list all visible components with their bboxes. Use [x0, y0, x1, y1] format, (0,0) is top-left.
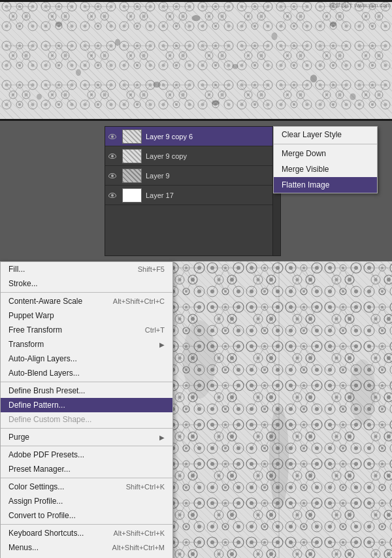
layer-row[interactable]: Layer 9: [105, 166, 280, 186]
menu-divider: [274, 144, 377, 144]
context-menu-item[interactable]: Merge Down: [274, 146, 377, 161]
menu-item-label: Adobe PDF Presets...: [8, 450, 84, 459]
layer-visibility-icon[interactable]: [105, 127, 120, 146]
menu-item-label: Assign Profile...: [8, 497, 63, 506]
svg-rect-26: [0, 0, 392, 121]
menu-item-label: Puppet Warp: [8, 311, 54, 320]
layer-thumbnail: [122, 169, 142, 183]
menu-item-label: Menus...: [8, 543, 39, 552]
menu-item-label: Define Custom Shape...: [8, 415, 91, 424]
edit-menu-item[interactable]: Preset Manager...: [1, 462, 172, 476]
menu-item-label: Free Transform: [8, 325, 62, 335]
middle-section: Layer 9 copy 6Layer 9 copyLayer 9Layer 1…: [0, 121, 392, 261]
submenu-arrow-icon: ▶: [159, 434, 165, 441]
menu-divider: [1, 382, 172, 382]
edit-menu-item[interactable]: Assign Profile...: [1, 494, 172, 508]
menu-divider: [1, 446, 172, 446]
layer-name-label: Layer 9 copy: [144, 152, 280, 160]
menu-item-label: Auto-Align Layers...: [8, 354, 77, 363]
edit-menu-item[interactable]: Free TransformCtrl+T: [1, 323, 172, 337]
layer-visibility-icon[interactable]: [105, 166, 120, 186]
edit-menu-item[interactable]: Define Brush Preset...: [1, 384, 172, 398]
layer-row[interactable]: Layer 9 copy: [105, 146, 280, 166]
menu-item-shortcut: Ctrl+T: [145, 326, 165, 334]
edit-menu-item[interactable]: Keyboard Shortcuts...Alt+Shift+Ctrl+K: [1, 526, 172, 540]
svg-point-56: [183, 320, 216, 399]
bottom-section: Fill...Shift+F5Stroke...Content-Aware Sc…: [0, 261, 392, 558]
menu-item-label: Purge: [8, 433, 29, 442]
layer-thumbnail: [122, 149, 142, 163]
menu-item-shortcut: Alt+Shift+Ctrl+C: [113, 297, 165, 305]
layer-context-menu: Clear Layer StyleMerge DownMerge Visible…: [273, 126, 378, 193]
menu-item-label: Fill...: [8, 265, 25, 274]
edit-menu-item[interactable]: Menus...Alt+Shift+Ctrl+M: [1, 540, 172, 555]
svg-point-57: [350, 359, 376, 425]
edit-menu-item[interactable]: Color Settings...Shift+Ctrl+K: [1, 480, 172, 494]
menu-divider: [1, 428, 172, 429]
edit-menu-item[interactable]: Content-Aware ScaleAlt+Shift+Ctrl+C: [1, 294, 172, 308]
context-menu-item[interactable]: Flatten Image: [274, 177, 377, 193]
layer-visibility-icon[interactable]: [105, 186, 120, 205]
edit-menu-item[interactable]: Auto-Align Layers...: [1, 352, 172, 366]
menu-item-label: Color Settings...: [8, 482, 64, 491]
edit-menu-item[interactable]: Transform▶: [1, 337, 172, 352]
edit-menu-item[interactable]: Preferences▶: [1, 555, 172, 558]
menu-item-label: Stroke...: [8, 279, 38, 288]
layers-panel: Layer 9 copy 6Layer 9 copyLayer 9Layer 1…: [105, 126, 281, 256]
edit-menu: Fill...Shift+F5Stroke...Content-Aware Sc…: [0, 261, 173, 558]
menu-item-shortcut: Shift+Ctrl+K: [126, 483, 165, 491]
menu-item-shortcut: Shift+F5: [138, 265, 165, 273]
edit-menu-item[interactable]: Fill...Shift+F5: [1, 262, 172, 276]
menu-item-label: Transform: [8, 340, 44, 349]
svg-point-55: [269, 405, 289, 510]
menu-divider: [1, 478, 172, 478]
layer-thumbnail: [122, 129, 142, 144]
edit-menu-item[interactable]: Adobe PDF Presets...: [1, 448, 172, 462]
layer-name-label: Layer 17: [144, 191, 280, 199]
menu-item-label: Define Pattern...: [8, 401, 65, 410]
menu-item-label: Content-Aware Scale: [8, 297, 82, 306]
context-menu-item[interactable]: Merge Visible: [274, 161, 377, 177]
menu-item-label: Define Brush Preset...: [8, 386, 85, 395]
watermark-text: 晓梦设计 www.yun.com: [329, 1, 391, 10]
menu-item-shortcut: Alt+Shift+Ctrl+M: [112, 544, 165, 551]
edit-menu-item[interactable]: Purge▶: [1, 430, 172, 444]
submenu-arrow-icon: ▶: [159, 341, 165, 348]
menu-item-label: Preset Manager...: [8, 465, 71, 474]
layer-row[interactable]: Layer 9 copy 6: [105, 127, 280, 146]
menu-item-label: Keyboard Shortcuts...: [8, 529, 84, 538]
layer-name-label: Layer 9 copy 6: [144, 133, 280, 140]
top-canvas-image: 晓梦设计 www.yun.com: [0, 0, 392, 121]
context-menu-item[interactable]: Clear Layer Style: [274, 127, 377, 142]
edit-menu-item[interactable]: Convert to Profile...: [1, 508, 172, 523]
layer-visibility-icon[interactable]: [105, 146, 120, 166]
menu-item-label: Convert to Profile...: [8, 511, 76, 520]
right-canvas-image: [167, 261, 392, 558]
layer-thumbnail: [122, 188, 142, 203]
menu-divider: [1, 524, 172, 525]
layer-name-label: Layer 9: [144, 172, 280, 180]
menu-item-label: Auto-Blend Layers...: [8, 369, 80, 378]
layer-row[interactable]: Layer 17: [105, 186, 280, 205]
edit-menu-item[interactable]: Auto-Blend Layers...: [1, 366, 172, 380]
edit-menu-item[interactable]: Puppet Warp: [1, 308, 172, 323]
menu-item-shortcut: Alt+Shift+Ctrl+K: [113, 529, 165, 537]
menu-divider: [1, 292, 172, 293]
edit-menu-item[interactable]: Stroke...: [1, 276, 172, 291]
edit-menu-item[interactable]: Define Pattern...: [1, 398, 172, 412]
edit-menu-item: Define Custom Shape...: [1, 412, 172, 427]
